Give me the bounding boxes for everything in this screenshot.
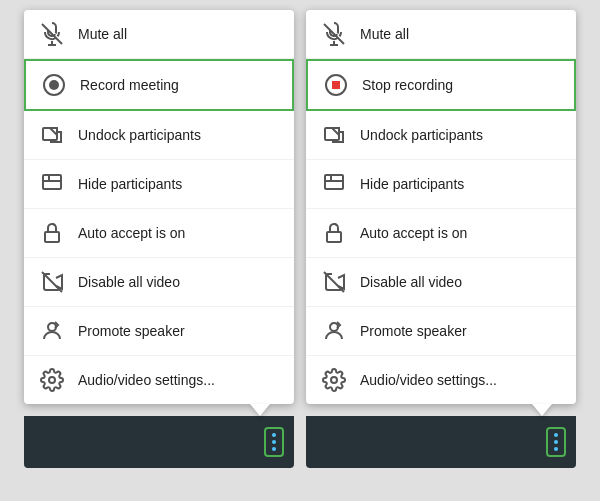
left-mute-all-label: Mute all <box>78 26 127 42</box>
dot2 <box>272 440 276 444</box>
right-disable-video-icon <box>320 268 348 296</box>
left-disable-video-item[interactable]: Disable all video <box>24 258 294 307</box>
svg-point-4 <box>49 80 59 90</box>
right-mute-all-icon <box>320 20 348 48</box>
record-icon <box>40 71 68 99</box>
right-settings-icon <box>320 366 348 394</box>
svg-rect-24 <box>327 232 341 242</box>
right-dot3 <box>554 447 558 451</box>
left-settings-item[interactable]: Audio/video settings... <box>24 356 294 404</box>
left-hide-participants-label: Hide participants <box>78 176 182 192</box>
left-disable-video-label: Disable all video <box>78 274 180 290</box>
left-taskbar <box>24 416 294 468</box>
left-hide-participants-item[interactable]: Hide participants <box>24 160 294 209</box>
svg-rect-18 <box>332 81 340 89</box>
left-panel: Mute all Record meeting Un <box>24 10 294 468</box>
stop-recording-icon <box>322 71 350 99</box>
right-mute-all-label: Mute all <box>360 26 409 42</box>
left-auto-accept-item[interactable]: Auto accept is on <box>24 209 294 258</box>
left-more-options-button[interactable] <box>264 427 284 457</box>
dot3 <box>272 447 276 451</box>
right-more-options-button[interactable] <box>546 427 566 457</box>
left-auto-accept-label: Auto accept is on <box>78 225 185 241</box>
right-caret <box>532 404 552 416</box>
right-mute-all-item[interactable]: Mute all <box>306 10 576 59</box>
right-panel: Mute all Stop recording Un <box>306 10 576 468</box>
right-promote-speaker-label: Promote speaker <box>360 323 467 339</box>
right-dot1 <box>554 433 558 437</box>
left-promote-speaker-label: Promote speaker <box>78 323 185 339</box>
right-undock-label: Undock participants <box>360 127 483 143</box>
right-auto-accept-icon <box>320 219 348 247</box>
promote-speaker-icon <box>38 317 66 345</box>
svg-line-6 <box>50 128 57 135</box>
disable-video-icon <box>38 268 66 296</box>
left-undock-label: Undock participants <box>78 127 201 143</box>
right-settings-label: Audio/video settings... <box>360 372 497 388</box>
right-auto-accept-item[interactable]: Auto accept is on <box>306 209 576 258</box>
mute-all-icon <box>38 20 66 48</box>
left-promote-speaker-item[interactable]: Promote speaker <box>24 307 294 356</box>
right-hide-participants-item[interactable]: Hide participants <box>306 160 576 209</box>
left-record-meeting-label: Record meeting <box>80 77 179 93</box>
right-dots-icon <box>554 433 558 451</box>
right-disable-video-label: Disable all video <box>360 274 462 290</box>
svg-point-27 <box>331 377 337 383</box>
svg-rect-10 <box>45 232 59 242</box>
right-dot2 <box>554 440 558 444</box>
right-stop-recording-item[interactable]: Stop recording <box>306 59 576 111</box>
left-undock-item[interactable]: Undock participants <box>24 111 294 160</box>
undock-icon <box>38 121 66 149</box>
left-dots-icon <box>272 433 276 451</box>
left-record-meeting-item[interactable]: Record meeting <box>24 59 294 111</box>
right-settings-item[interactable]: Audio/video settings... <box>306 356 576 404</box>
right-promote-speaker-icon <box>320 317 348 345</box>
auto-accept-icon <box>38 219 66 247</box>
right-hide-participants-icon <box>320 170 348 198</box>
dot1 <box>272 433 276 437</box>
hide-participants-icon <box>38 170 66 198</box>
right-menu: Mute all Stop recording Un <box>306 10 576 404</box>
right-undock-icon <box>320 121 348 149</box>
right-undock-item[interactable]: Undock participants <box>306 111 576 160</box>
left-mute-all-item[interactable]: Mute all <box>24 10 294 59</box>
svg-point-13 <box>49 377 55 383</box>
settings-icon <box>38 366 66 394</box>
right-taskbar <box>306 416 576 468</box>
right-hide-participants-label: Hide participants <box>360 176 464 192</box>
right-disable-video-item[interactable]: Disable all video <box>306 258 576 307</box>
right-stop-recording-label: Stop recording <box>362 77 453 93</box>
left-settings-label: Audio/video settings... <box>78 372 215 388</box>
right-auto-accept-label: Auto accept is on <box>360 225 467 241</box>
left-menu: Mute all Record meeting Un <box>24 10 294 404</box>
svg-line-20 <box>332 128 339 135</box>
right-promote-speaker-item[interactable]: Promote speaker <box>306 307 576 356</box>
left-caret <box>250 404 270 416</box>
